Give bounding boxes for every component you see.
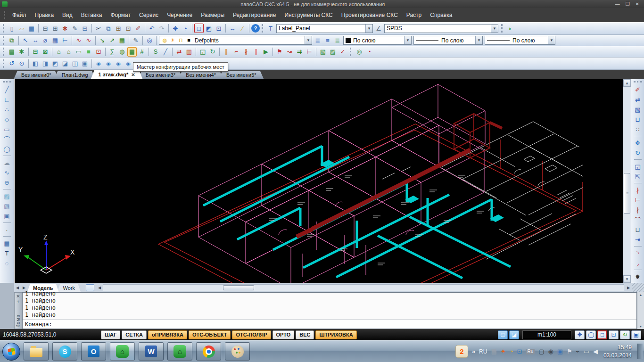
array-icon[interactable]: ∷: [633, 124, 643, 134]
workplace-wizard-icon[interactable]: ▦: [127, 47, 137, 57]
help-icon[interactable]: ?: [251, 24, 260, 33]
database-export-icon[interactable]: ⊠: [41, 47, 50, 57]
tray-pc-status-icon[interactable]: ▣: [557, 348, 563, 354]
zoom-realtime-icon[interactable]: ◔: [181, 24, 190, 33]
trace-corner-icon[interactable]: ⌐: [231, 47, 241, 57]
menu-Размеры[interactable]: Размеры: [197, 8, 229, 22]
toggle-оПРИВЯЗКА[interactable]: оПРИВЯЗКА: [148, 330, 187, 339]
break-icon[interactable]: ∤: [633, 205, 643, 214]
toggle-ВЕС[interactable]: ВЕС: [296, 330, 314, 339]
insert-block-icon[interactable]: ▧: [2, 201, 12, 211]
free-orbit-icon[interactable]: ⊙: [17, 59, 26, 68]
insert-image-icon[interactable]: ▣: [2, 211, 12, 221]
database-icon[interactable]: ⊟: [31, 47, 40, 57]
tray-outlook-tray-icon[interactable]: ⊡: [517, 348, 522, 354]
menu-Файл[interactable]: Файл: [8, 8, 31, 22]
scroll-up-icon[interactable]: ▲: [639, 293, 643, 296]
zoom-extents-icon[interactable]: ⊡: [214, 24, 223, 33]
socket-card-icon[interactable]: ▨: [328, 47, 338, 57]
tray-volume-icon[interactable]: ◀: [593, 348, 598, 354]
taskbar-explorer[interactable]: [24, 342, 49, 361]
polygon-icon[interactable]: ◇: [2, 115, 12, 124]
view-right-icon[interactable]: ▣: [80, 59, 90, 68]
polyline-edit-icon[interactable]: ∴: [2, 105, 12, 114]
start-button[interactable]: [2, 343, 20, 361]
color-combo[interactable]: По слою ▼: [343, 36, 412, 45]
redo-icon[interactable]: ↷: [157, 24, 166, 33]
pin-icon[interactable]: +: [17, 299, 19, 304]
pan-status-button[interactable]: ✥: [575, 330, 585, 339]
fillet-icon[interactable]: ◝: [633, 248, 643, 258]
dim-style-icon[interactable]: ∠: [374, 24, 383, 33]
copy-icon[interactable]: ⧉: [104, 24, 113, 33]
toggle-ШТРИХОВКА[interactable]: ШТРИХОВКА: [315, 330, 356, 339]
drawing-canvas[interactable]: Z Y X: [14, 79, 623, 283]
taskbar-nanocad-2[interactable]: ⌂: [167, 342, 192, 361]
zoom-extents-status-button[interactable]: ⊡: [609, 330, 619, 339]
align-icon[interactable]: ⇥: [633, 235, 643, 244]
zoom-status-button[interactable]: ◯: [586, 330, 596, 339]
polyline-icon[interactable]: ∟: [2, 95, 12, 104]
dyn-ucs-button[interactable]: ◵: [498, 330, 508, 339]
tray-language-icon[interactable]: RU: [479, 349, 487, 354]
paper-model-button[interactable]: ◪: [509, 330, 519, 339]
chevron-down-icon[interactable]: ▼: [491, 25, 498, 33]
storey-icon[interactable]: ⌂: [64, 47, 74, 57]
trace-add-icon[interactable]: ∦: [241, 47, 251, 57]
hatch-icon[interactable]: ▨: [2, 191, 12, 201]
cut-icon[interactable]: ✂: [94, 24, 103, 33]
plot-icon[interactable]: ⊟: [80, 24, 90, 33]
text-icon[interactable]: T: [2, 248, 12, 258]
check-project-icon[interactable]: ✓: [338, 47, 347, 57]
rectangle-icon[interactable]: ▭: [2, 124, 12, 134]
print-preview-icon[interactable]: ⊞: [50, 24, 60, 33]
toggle-СЕТКА[interactable]: СЕТКА: [122, 330, 147, 339]
rotate-icon[interactable]: ↻: [633, 148, 643, 157]
taskbar-outlook[interactable]: O: [81, 342, 106, 361]
cable-line-icon[interactable]: ╱: [161, 47, 170, 57]
find-icon[interactable]: ◎: [145, 36, 154, 45]
view-top-icon[interactable]: ◩: [50, 59, 60, 68]
toggle-ОТС-ОБЪЕКТ[interactable]: ОТС-ОБЪЕКТ: [189, 330, 231, 339]
doc-tab[interactable]: Без имени3*: [138, 71, 183, 79]
taskbar-chrome[interactable]: [196, 342, 221, 361]
view-3d-icon[interactable]: ◱: [198, 47, 207, 57]
route-node-icon[interactable]: ↝: [285, 47, 294, 57]
close-button[interactable]: ✕: [636, 1, 639, 7]
select-dimension-icon[interactable]: ↖: [21, 36, 30, 45]
show-desktop-button[interactable]: [637, 344, 643, 359]
arc-icon[interactable]: ⌒: [2, 134, 12, 144]
paste-special-icon[interactable]: ⊡: [124, 24, 133, 33]
move-icon[interactable]: ✥: [633, 138, 643, 148]
table-icon[interactable]: ▦: [2, 239, 12, 248]
scroll-down-icon[interactable]: ▼: [623, 275, 631, 283]
layer-view-icon[interactable]: ≡: [323, 36, 332, 45]
restore-button[interactable]: ❐: [626, 1, 630, 7]
point-icon[interactable]: ·: [2, 225, 12, 234]
view-front-icon[interactable]: ◧: [31, 59, 40, 68]
vertical-scrollbar[interactable]: ▲ ▼: [623, 79, 631, 283]
update-model-icon[interactable]: ↻: [208, 47, 217, 57]
view-left-icon[interactable]: ◫: [70, 59, 80, 68]
tray-monitor-icon[interactable]: ▢: [538, 348, 544, 354]
layer-color-swatch-icon[interactable]: ■: [185, 37, 192, 44]
text-style-combo[interactable]: Label_Panel▼: [276, 24, 373, 33]
close-tab-icon[interactable]: ✕: [131, 72, 135, 77]
dim-style-combo[interactable]: SPDS▼: [384, 24, 498, 33]
measure-distance-icon[interactable]: ↔: [228, 24, 237, 33]
offset-icon[interactable]: ⊔: [633, 115, 643, 124]
spline-icon[interactable]: ∿: [2, 168, 12, 177]
taskbar-word[interactable]: W: [139, 342, 164, 361]
scroll-down-icon[interactable]: ▼: [639, 325, 643, 328]
channel-size-icon[interactable]: ⇄: [174, 47, 184, 57]
menu-Правка[interactable]: Правка: [31, 8, 58, 22]
menu-Редактирование[interactable]: Редактирование: [229, 8, 280, 22]
scale-icon[interactable]: ◱: [633, 162, 643, 171]
building-icon[interactable]: ⌂: [54, 47, 64, 57]
dim-linear-icon[interactable]: ↔: [31, 36, 40, 45]
tray-recorder-icon[interactable]: ◉: [548, 348, 553, 354]
menu-Вставка[interactable]: Вставка: [77, 8, 107, 22]
doc-tab[interactable]: Без имени0*: [14, 71, 59, 79]
cable-journal-icon[interactable]: ▥: [184, 47, 194, 57]
specification-icon[interactable]: ∑: [107, 47, 117, 57]
